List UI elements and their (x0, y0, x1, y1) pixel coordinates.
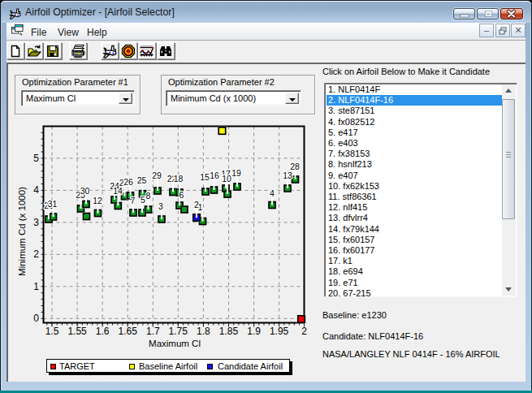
svg-text:1.9: 1.9 (247, 326, 261, 337)
svg-text:31: 31 (48, 199, 58, 209)
svg-text:5: 5 (141, 195, 145, 205)
svg-text:1.7: 1.7 (146, 326, 160, 337)
svg-text:12: 12 (93, 196, 102, 205)
svg-text:1.5: 1.5 (45, 326, 59, 337)
svg-text:Minimum Cd (x 1000): Minimum Cd (x 1000) (17, 187, 27, 276)
svg-text:1.8: 1.8 (197, 326, 210, 337)
svg-text:16: 16 (210, 171, 219, 180)
svg-text:4: 4 (33, 184, 39, 196)
svg-text:10: 10 (222, 174, 231, 184)
svg-text:3: 3 (158, 201, 163, 211)
svg-text:2: 2 (194, 200, 199, 209)
svg-text:7: 7 (131, 196, 136, 205)
svg-text:5: 5 (33, 153, 39, 164)
svg-text:Maximum Cl: Maximum Cl (149, 339, 201, 348)
svg-text:26: 26 (123, 177, 133, 187)
svg-text:2: 2 (33, 248, 39, 260)
svg-text:3: 3 (33, 217, 39, 228)
svg-text:8: 8 (146, 191, 151, 201)
svg-text:18: 18 (174, 174, 184, 184)
svg-text:2: 2 (301, 326, 307, 337)
svg-text:13: 13 (283, 171, 292, 180)
svg-text:6: 6 (179, 190, 184, 200)
svg-text:0: 0 (33, 313, 39, 324)
svg-text:29: 29 (152, 171, 162, 180)
svg-text:30: 30 (80, 186, 90, 196)
svg-text:1.55: 1.55 (67, 326, 87, 337)
svg-text:28: 28 (290, 162, 300, 171)
svg-text:1.85: 1.85 (219, 326, 239, 337)
svg-text:1.65: 1.65 (119, 326, 138, 337)
svg-text:19: 19 (231, 168, 241, 178)
svg-text:25: 25 (137, 175, 147, 185)
svg-text:1.75: 1.75 (169, 326, 188, 337)
svg-text:1.95: 1.95 (270, 326, 289, 337)
svg-text:4: 4 (270, 188, 275, 198)
svg-text:1.6: 1.6 (96, 326, 110, 337)
svg-text:1: 1 (33, 281, 39, 292)
svg-text:15: 15 (200, 172, 210, 182)
